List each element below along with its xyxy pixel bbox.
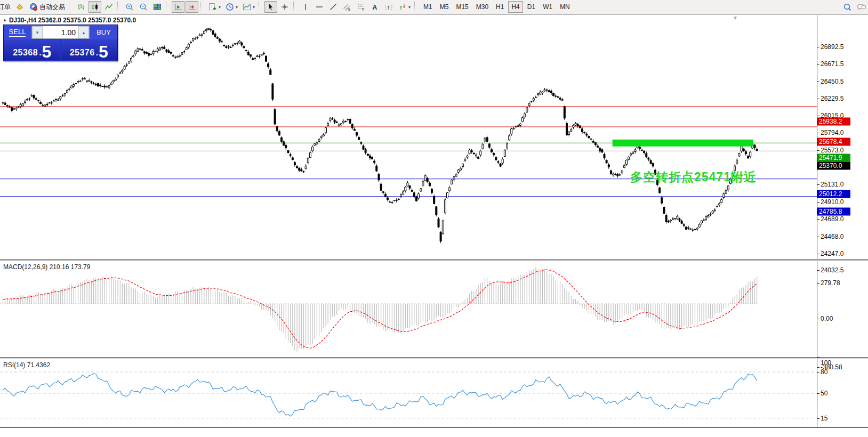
svg-text:A: A xyxy=(373,4,377,11)
price-badge: 25370.0 xyxy=(817,162,850,170)
macd-axis-tick: 279.78 xyxy=(821,279,840,287)
rsi-axis-tick: 50 xyxy=(821,390,827,397)
axis-tick-mark xyxy=(817,219,819,220)
highlight-band[interactable] xyxy=(613,140,753,147)
channel-icon: E xyxy=(343,3,352,12)
price-axis-tick: 24247.0 xyxy=(821,250,843,257)
timeframe-mn-button[interactable]: MN xyxy=(557,1,573,13)
auto-trading-button[interactable]: 自动交易 xyxy=(27,1,67,13)
zoom-in-icon xyxy=(125,3,134,12)
horizontal-line-button[interactable] xyxy=(313,1,326,13)
line-chart-icon xyxy=(105,3,114,12)
vertical-line-button[interactable] xyxy=(299,1,312,13)
rsi-panel-resize-handle[interactable] xyxy=(0,357,868,359)
axis-tick-mark xyxy=(817,133,819,133)
spin-down-icon: ▾ xyxy=(36,30,39,35)
auto-trading-label: 自动交易 xyxy=(39,3,65,12)
buy-button[interactable]: 25376.5 xyxy=(61,39,117,60)
equidistant-channel-button[interactable]: E xyxy=(341,1,353,13)
rsi-axis-tick: 100 xyxy=(821,359,831,367)
bar-chart-button[interactable] xyxy=(75,1,87,13)
new-order-button[interactable]: 订单 xyxy=(0,1,12,13)
price-axis-tick: 24910.0 xyxy=(821,198,843,206)
arrows-icon xyxy=(398,3,407,12)
zoom-out-button[interactable] xyxy=(137,1,150,13)
axis-tick-mark xyxy=(817,184,819,185)
sell-button[interactable]: 25368.5 xyxy=(4,39,60,60)
metaeditor-icon xyxy=(15,3,25,12)
dropdown-caret-icon[interactable]: ▾ xyxy=(408,5,411,10)
rsi-panel-canvas[interactable] xyxy=(0,360,817,427)
rsi-axis-tick: 15 xyxy=(821,415,827,422)
price-badge: 25938.2 xyxy=(817,118,850,126)
price-badge: 24785.8 xyxy=(817,208,850,216)
axis-tick-mark xyxy=(817,372,819,373)
axis-tick-mark xyxy=(817,150,819,151)
volume-increase-button[interactable]: ▴ xyxy=(78,26,89,38)
text-label-icon: T xyxy=(384,3,393,12)
crosshair-button[interactable] xyxy=(278,1,291,13)
volume-decrease-button[interactable]: ▾ xyxy=(32,26,43,38)
new-order-label: 订单 xyxy=(0,3,11,12)
dropdown-caret-icon[interactable]: ▾ xyxy=(253,5,255,10)
rsi-label: RSI(14) 71.4362 xyxy=(3,361,50,369)
candlestick-icon xyxy=(91,3,100,12)
scroll-to-end-marker[interactable]: ▼ xyxy=(733,15,738,21)
line-chart-button[interactable] xyxy=(102,1,115,13)
timeframe-m30-button[interactable]: M30 xyxy=(473,1,492,13)
search-button[interactable] xyxy=(841,1,854,13)
clock-icon xyxy=(225,3,234,12)
buy-tab[interactable]: BUY xyxy=(90,25,117,39)
horizontal-line-icon xyxy=(315,3,324,12)
axis-tick-mark xyxy=(817,418,819,419)
time-axis-line xyxy=(0,427,868,428)
arrows-button[interactable]: ▾ xyxy=(396,1,412,13)
macd-panel-canvas[interactable] xyxy=(0,262,817,357)
templates-button[interactable]: ▾ xyxy=(240,1,256,13)
timeframe-d1-button[interactable]: D1 xyxy=(524,1,539,13)
price-axis-tick: 26671.5 xyxy=(821,60,843,68)
text-label-button[interactable]: T xyxy=(382,1,395,13)
chat-icon xyxy=(857,3,866,12)
candlestick-chart-button[interactable] xyxy=(89,1,101,13)
metaeditor-button[interactable] xyxy=(13,1,26,13)
macd-panel-resize-handle[interactable] xyxy=(0,259,868,261)
main-chart-canvas[interactable] xyxy=(0,15,817,259)
svg-text:E: E xyxy=(348,7,351,11)
timeframe-m15-button[interactable]: M15 xyxy=(453,1,471,13)
chart-ohlc-header: ▲DJ30-,H4 25362.0 25375.0 25357.0 25370.… xyxy=(3,17,136,24)
timeframe-m1-button[interactable]: M1 xyxy=(420,1,436,13)
text-button[interactable]: A xyxy=(368,1,381,13)
trendline-icon xyxy=(329,3,338,12)
timeframe-m5-button[interactable]: M5 xyxy=(437,1,452,13)
sell-tab[interactable]: SELL xyxy=(4,25,31,39)
trendline-button[interactable] xyxy=(327,1,340,13)
auto-scroll-icon xyxy=(174,3,183,12)
axis-tick-mark xyxy=(817,283,819,284)
zoom-in-button[interactable] xyxy=(123,1,136,13)
auto-scroll-button[interactable] xyxy=(172,1,184,13)
tile-windows-icon xyxy=(153,3,162,12)
periods-button[interactable]: ▾ xyxy=(223,1,239,13)
volume-input[interactable]: 1.00 xyxy=(43,26,78,38)
vertical-line-icon xyxy=(301,3,310,12)
mt4-window: 订单自动交易▾▾▾EFAT▾M1M5M15M30H1H4D1W1MN ▲DJ30… xyxy=(0,0,868,437)
dropdown-caret-icon[interactable]: ▾ xyxy=(236,5,238,10)
collapse-trade-panel-icon[interactable]: ▲ xyxy=(3,18,7,22)
timeframe-w1-button[interactable]: W1 xyxy=(540,1,556,13)
indicators-button[interactable]: ▾ xyxy=(206,1,222,13)
price-badge: 25012.2 xyxy=(817,190,850,198)
tile-windows-button[interactable] xyxy=(151,1,164,13)
bar-chart-icon xyxy=(77,3,86,12)
cursor-button[interactable] xyxy=(264,1,277,13)
fibonacci-button[interactable]: F xyxy=(355,1,367,13)
axis-tick-mark xyxy=(817,358,819,358)
timeframe-h4-button[interactable]: H4 xyxy=(508,1,523,13)
axis-tick-mark xyxy=(817,47,819,47)
chart-shift-button[interactable] xyxy=(186,1,198,13)
chat-button[interactable] xyxy=(855,1,867,13)
chart-window: ▲DJ30-,H4 25362.0 25375.0 25357.0 25370.… xyxy=(0,15,868,437)
dropdown-caret-icon[interactable]: ▾ xyxy=(219,5,221,10)
axis-tick-mark xyxy=(817,319,819,319)
timeframe-h1-button[interactable]: H1 xyxy=(493,1,507,13)
